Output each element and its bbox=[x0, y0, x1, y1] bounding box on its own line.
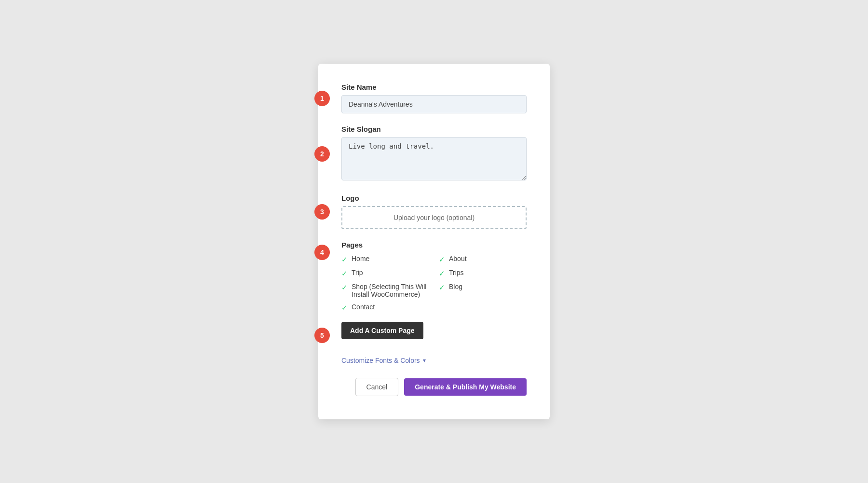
page-label-shop: Shop (Selecting This Will Install WooCom… bbox=[352, 283, 429, 298]
site-slogan-textarea[interactable]: Live long and travel. bbox=[341, 137, 527, 180]
site-name-label: Site Name bbox=[341, 83, 527, 91]
site-name-input[interactable] bbox=[341, 95, 527, 113]
check-icon-trip: ✓ bbox=[341, 269, 348, 278]
page-item-trip[interactable]: ✓ Trip bbox=[341, 269, 429, 278]
site-slogan-group: 2 Site Slogan Live long and travel. bbox=[341, 125, 527, 182]
logo-label: Logo bbox=[341, 194, 527, 202]
check-icon-home: ✓ bbox=[341, 255, 348, 264]
page-item-about[interactable]: ✓ About bbox=[439, 255, 527, 264]
step-badge-5: 5 bbox=[314, 328, 330, 343]
check-icon-contact: ✓ bbox=[341, 304, 348, 312]
pages-label: Pages bbox=[341, 241, 527, 249]
page-label-about: About bbox=[449, 255, 467, 262]
check-icon-shop: ✓ bbox=[341, 283, 348, 292]
footer-buttons: Cancel Generate & Publish My Website bbox=[341, 378, 527, 396]
publish-button[interactable]: Generate & Publish My Website bbox=[404, 378, 527, 396]
page-label-contact: Contact bbox=[352, 303, 375, 311]
page-item-shop[interactable]: ✓ Shop (Selecting This Will Install WooC… bbox=[341, 283, 429, 298]
page-label-home: Home bbox=[352, 255, 369, 262]
customize-fonts-link[interactable]: Customize Fonts & Colors ▾ bbox=[341, 357, 527, 364]
site-slogan-label: Site Slogan bbox=[341, 125, 527, 133]
page-label-trips: Trips bbox=[449, 269, 464, 276]
check-icon-blog: ✓ bbox=[439, 283, 445, 292]
chevron-down-icon: ▾ bbox=[423, 357, 426, 364]
step-badge-2: 2 bbox=[314, 146, 330, 162]
main-modal: 1 Site Name 2 Site Slogan Live long and … bbox=[318, 64, 550, 419]
add-custom-wrap: 5 Add A Custom Page bbox=[341, 322, 527, 349]
site-name-group: 1 Site Name bbox=[341, 83, 527, 113]
page-item-blog[interactable]: ✓ Blog bbox=[439, 283, 527, 298]
pages-section: 4 Pages ✓ Home ✓ About ✓ Trip ✓ Trips ✓ bbox=[341, 241, 527, 312]
page-item-home[interactable]: ✓ Home bbox=[341, 255, 429, 264]
step-badge-4: 4 bbox=[314, 245, 330, 260]
cancel-button[interactable]: Cancel bbox=[355, 378, 399, 396]
logo-upload-area[interactable]: Upload your logo (optional) bbox=[341, 206, 527, 229]
check-icon-trips: ✓ bbox=[439, 269, 445, 278]
customize-fonts-label: Customize Fonts & Colors bbox=[341, 357, 420, 364]
page-item-contact[interactable]: ✓ Contact bbox=[341, 303, 429, 312]
pages-grid: ✓ Home ✓ About ✓ Trip ✓ Trips ✓ Shop (Se… bbox=[341, 255, 527, 312]
check-icon-about: ✓ bbox=[439, 255, 445, 264]
step-badge-1: 1 bbox=[314, 91, 330, 106]
add-custom-page-button[interactable]: Add A Custom Page bbox=[341, 322, 423, 339]
logo-group: 3 Logo Upload your logo (optional) bbox=[341, 194, 527, 229]
page-label-blog: Blog bbox=[449, 283, 462, 290]
page-label-trip: Trip bbox=[352, 269, 363, 276]
page-item-trips[interactable]: ✓ Trips bbox=[439, 269, 527, 278]
step-badge-3: 3 bbox=[314, 204, 330, 220]
